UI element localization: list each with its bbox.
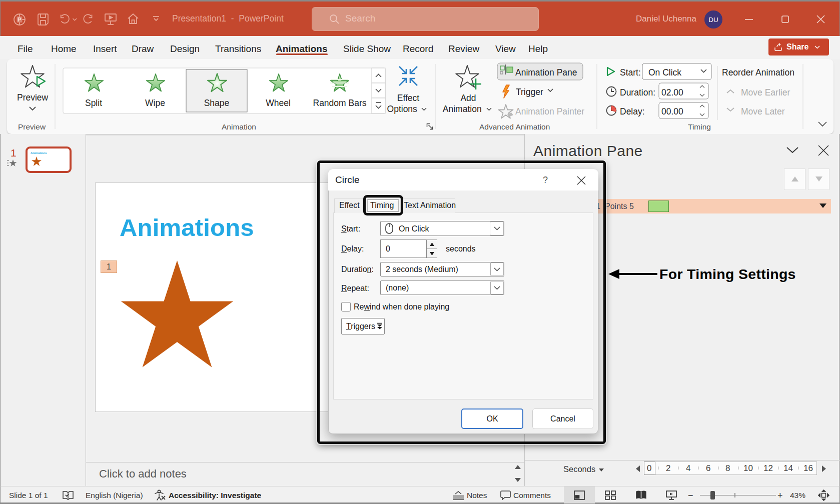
svg-text:P: P bbox=[18, 16, 21, 22]
